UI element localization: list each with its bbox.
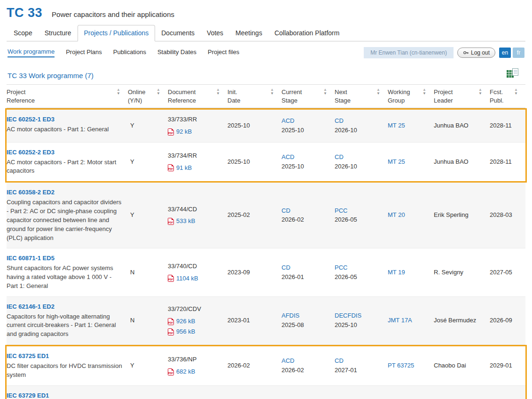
tab-projects-publications[interactable]: Projects / Publications <box>78 25 156 41</box>
column-header-online[interactable]: Online(Y/N)▲▼ <box>128 85 168 108</box>
column-header-document-reference[interactable]: DocumentReference▲▼ <box>168 85 227 108</box>
language-fr[interactable]: fr <box>513 48 524 58</box>
pdf-size-link[interactable]: 682 kB <box>176 367 195 376</box>
excel-export-icon[interactable] <box>506 68 524 80</box>
column-header-project-reference[interactable]: ProjectReference▲▼ <box>7 85 128 108</box>
project-reference-link[interactable]: IEC 60252-2 ED3 <box>7 148 123 157</box>
sort-desc-icon[interactable]: ▼ <box>323 92 327 96</box>
column-label: Project <box>7 88 35 96</box>
sort-desc-icon[interactable]: ▼ <box>156 92 160 96</box>
pdf-file: PDF956 kB <box>168 327 223 336</box>
pdf-size-link[interactable]: 91 kB <box>176 164 192 173</box>
subtab-work-programme[interactable]: Work programme <box>8 48 55 57</box>
sort-arrows[interactable]: ▲▼ <box>156 88 160 95</box>
pdf-size-link[interactable]: 92 kB <box>176 128 192 136</box>
sort-arrows[interactable]: ▲▼ <box>422 88 426 95</box>
pdf-file: PDF926 kB <box>168 317 223 326</box>
working-group-link[interactable]: MT 25 <box>388 121 429 130</box>
current-stage-link[interactable]: ACD <box>282 357 330 366</box>
subtab-stability-dates[interactable]: Stability Dates <box>157 48 196 57</box>
project-reference-link[interactable]: IEC 62146-1 ED2 <box>7 303 123 311</box>
current-stage-link[interactable]: ACD <box>282 117 330 126</box>
subtab-project-plans[interactable]: Project Plans <box>66 48 102 57</box>
tab-collaboration-platform[interactable]: Collaboration Platform <box>268 25 346 41</box>
column-label: Leader <box>434 96 453 105</box>
sort-desc-icon[interactable]: ▼ <box>422 92 426 96</box>
sub-tabs: Work programmeProject PlansPublicationsS… <box>8 48 239 57</box>
next-stage-date: 2026-10 <box>335 162 383 171</box>
column-header-next-stage[interactable]: NextStage▲▼ <box>335 85 388 108</box>
init-date: 2023-09 <box>227 248 282 296</box>
logout-button[interactable]: Log out <box>457 48 495 58</box>
svg-text:PDF: PDF <box>168 132 173 135</box>
current-stage-link[interactable]: ACD <box>282 153 330 162</box>
working-group-link[interactable]: MT 20 <box>388 211 429 220</box>
sort-desc-icon[interactable]: ▼ <box>117 92 120 96</box>
current-stage-link[interactable]: CD <box>282 207 330 215</box>
page-title: TC 33 Work programme (7) <box>8 72 94 80</box>
pdf-size-link[interactable]: 926 kB <box>176 317 195 326</box>
sort-desc-icon[interactable]: ▼ <box>478 92 482 96</box>
pdf-size-link[interactable]: 1104 kB <box>176 274 198 283</box>
project-title: Capacitors for high-voltage alternating … <box>7 312 123 339</box>
column-header-init-date[interactable]: Init.Date▲▼ <box>227 85 282 108</box>
tab-meetings[interactable]: Meetings <box>229 25 268 41</box>
tab-structure[interactable]: Structure <box>39 25 78 41</box>
current-stage-link[interactable]: CD <box>282 263 330 272</box>
working-group-link[interactable]: PT 63725 <box>388 361 429 370</box>
sort-desc-icon[interactable]: ▼ <box>514 92 518 96</box>
pdf-size-link[interactable]: 533 kB <box>176 217 195 226</box>
current-stage-link[interactable]: AFDIS <box>282 311 330 320</box>
sort-arrows[interactable]: ▲▼ <box>514 88 518 95</box>
column-label: Reference <box>168 96 196 105</box>
table-body: IEC 60252-1 ED3AC motor capacitors - Par… <box>7 108 525 399</box>
working-group-link[interactable]: MT 25 <box>388 158 429 167</box>
next-stage-date: 2027-01 <box>335 366 383 375</box>
language-en[interactable]: en <box>499 48 511 58</box>
working-group-link[interactable]: MT 19 <box>388 268 429 277</box>
sort-arrows[interactable]: ▲▼ <box>216 88 220 95</box>
column-header-project-leader[interactable]: ProjectLeader▲▼ <box>434 85 490 108</box>
svg-text:PDF: PDF <box>168 221 173 224</box>
tab-votes[interactable]: Votes <box>201 25 229 41</box>
column-label: Working <box>388 88 410 96</box>
column-header-working-group[interactable]: WorkingGroup▲▼ <box>388 85 434 108</box>
project-reference-link[interactable]: IEC 60252-1 ED3 <box>7 115 123 124</box>
next-stage-link[interactable]: CD <box>335 357 383 366</box>
sort-desc-icon[interactable]: ▼ <box>216 92 220 96</box>
sort-desc-icon[interactable]: ▼ <box>270 92 274 96</box>
working-group-link[interactable]: JMT 17A <box>388 316 429 325</box>
pdf-size-link[interactable]: 956 kB <box>176 327 195 336</box>
next-stage-link[interactable]: DECFDIS <box>335 311 383 320</box>
subtab-publications[interactable]: Publications <box>113 48 146 57</box>
project-reference-link[interactable]: IEC 63729 ED1 <box>7 391 123 399</box>
subtab-project-files[interactable]: Project files <box>208 48 239 57</box>
project-reference-link[interactable]: IEC 60871-1 ED5 <box>7 254 123 263</box>
sort-arrows[interactable]: ▲▼ <box>323 88 327 95</box>
sort-arrows[interactable]: ▲▼ <box>376 88 380 95</box>
project-reference-link[interactable]: IEC 63725 ED1 <box>7 352 123 361</box>
next-stage-link[interactable]: PCC <box>335 207 383 215</box>
table-row: IEC 60252-1 ED3AC motor capacitors - Par… <box>7 110 525 143</box>
language-switcher: enfr <box>499 48 524 58</box>
sort-arrows[interactable]: ▲▼ <box>478 88 482 95</box>
next-stage-link[interactable]: PCC <box>335 263 383 272</box>
pdf-icon: PDF <box>168 318 174 325</box>
pdf-file: PDF92 kB <box>168 128 223 136</box>
forecast-publication: 2026-09 <box>490 297 525 344</box>
next-stage-link[interactable]: CD <box>335 117 383 126</box>
pdf-file: PDF91 kB <box>168 164 223 173</box>
forecast-publication: 2029-01 <box>490 346 525 385</box>
column-header-forecast-publication[interactable]: Fcst.Publ.▲▼ <box>490 85 525 108</box>
tab-scope[interactable]: Scope <box>8 25 39 41</box>
user-label: Mr Enwen Tian (cn-tianenwen) <box>364 47 454 58</box>
sort-arrows[interactable]: ▲▼ <box>117 88 120 95</box>
column-header-current-stage[interactable]: CurrentStage▲▼ <box>282 85 335 108</box>
init-date: 2026-02 <box>227 386 282 399</box>
sort-desc-icon[interactable]: ▼ <box>376 92 380 96</box>
current-stage-date: 2026-02 <box>282 215 330 224</box>
sort-arrows[interactable]: ▲▼ <box>270 88 274 95</box>
tab-documents[interactable]: Documents <box>155 25 201 41</box>
next-stage-link[interactable]: CD <box>335 153 383 162</box>
project-reference-link[interactable]: IEC 60358-2 ED2 <box>7 188 123 197</box>
